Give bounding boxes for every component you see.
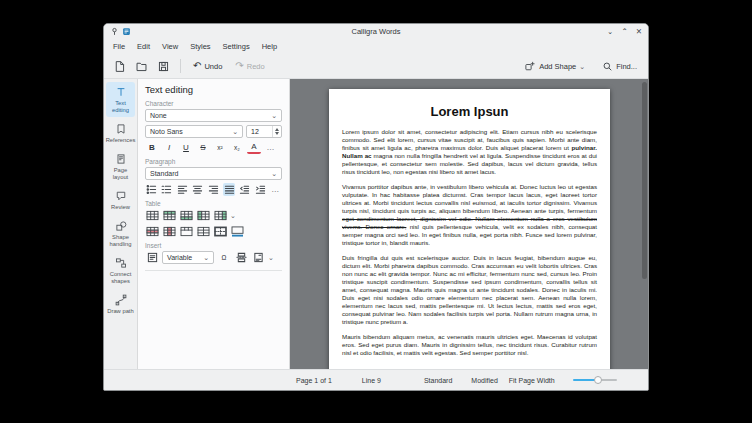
dock-tab-strip: Text editing References Page layout Revi… — [104, 79, 138, 369]
current-style-label: Standard — [424, 377, 452, 384]
align-right-button[interactable] — [207, 183, 220, 196]
paragraph-1-text: Lorem ipsum dolor sit amet, consectetur … — [342, 128, 597, 151]
align-center-button[interactable] — [192, 183, 205, 196]
menu-settings[interactable]: Settings — [217, 40, 256, 53]
align-justify-button[interactable] — [223, 183, 236, 196]
document-page[interactable]: Lorem Ipsun Lorem ipsum dolor sit amet, … — [329, 89, 610, 369]
zoom-slider-thumb[interactable] — [594, 376, 602, 384]
maximize-button[interactable]: ⌃ — [621, 28, 627, 36]
footnote-icon — [253, 252, 264, 263]
menu-file[interactable]: File — [107, 40, 131, 53]
menu-view[interactable]: View — [156, 40, 184, 53]
delete-row-button[interactable] — [145, 225, 159, 238]
decrease-indent-icon — [239, 184, 250, 195]
border-color-button[interactable] — [230, 225, 244, 238]
subscript-button[interactable]: x₂ — [230, 141, 244, 154]
delete-column-button[interactable] — [162, 225, 176, 238]
toolbar-separator — [180, 59, 181, 73]
undo-button[interactable]: ↶ Undo — [189, 59, 226, 73]
insert-row: Variable ⌄ Ω ⌄ — [145, 251, 282, 264]
border-style-button[interactable] — [213, 225, 227, 238]
numbered-list-button[interactable] — [161, 183, 174, 196]
table-row-1: ⌄ — [145, 209, 282, 222]
close-button[interactable]: ✕ — [636, 28, 642, 36]
main-toolbar: ↶ Undo ↷ Redo Add Shape ⌄ Find... — [104, 54, 648, 79]
page-break-button[interactable] — [234, 251, 248, 264]
paragraph-style-dropdown[interactable]: Standard ⌄ — [145, 167, 282, 180]
underline-button[interactable]: U — [179, 141, 193, 154]
minimize-button[interactable]: ⌄ — [607, 28, 613, 36]
open-document-button[interactable] — [133, 58, 150, 75]
menu-help[interactable]: Help — [256, 40, 283, 53]
delete-row-icon — [146, 226, 159, 237]
insert-section-label: Insert — [145, 242, 282, 249]
menu-edit[interactable]: Edit — [131, 40, 156, 53]
footnote-button[interactable] — [251, 251, 265, 264]
search-icon — [602, 61, 613, 72]
superscript-button[interactable]: x² — [213, 141, 227, 154]
find-button[interactable]: Find... — [598, 59, 641, 74]
character-style-dropdown[interactable]: None ⌄ — [145, 109, 282, 122]
dock-tab-label: Draw path — [107, 308, 133, 315]
dock-tab-shape-handling[interactable]: Shape handling — [106, 216, 135, 251]
new-document-icon — [113, 60, 126, 73]
titlebar[interactable]: Calligra Words ⌄ ⌃ ✕ — [104, 24, 648, 39]
font-size-spinbox[interactable]: 12 — [246, 125, 282, 138]
insert-variable-dropdown[interactable]: Variable ⌄ — [162, 251, 214, 264]
paragraph-3[interactable]: Duis fringilla dui quis est scelerisque … — [342, 254, 597, 326]
font-color-button[interactable]: A — [247, 141, 261, 154]
increase-indent-icon — [255, 184, 266, 195]
new-document-button[interactable] — [111, 58, 128, 75]
merge-cells-button[interactable] — [179, 225, 193, 238]
document-canvas[interactable]: Lorem Ipsun Lorem ipsum dolor sit amet, … — [290, 79, 648, 369]
panel-divider — [145, 270, 282, 271]
decrease-indent-button[interactable] — [238, 183, 251, 196]
split-cells-button[interactable] — [196, 225, 210, 238]
zoom-mode-button[interactable]: Fit Page Width — [505, 375, 559, 386]
insert-row-below-button[interactable] — [179, 209, 193, 222]
paragraph-4[interactable]: Mauris bibendum aliquam metus, ac venena… — [342, 333, 597, 357]
dock-tab-connect-shapes[interactable]: Connect shapes — [106, 253, 135, 288]
open-folder-icon — [135, 60, 148, 73]
modified-status-label: Modified — [471, 377, 497, 384]
align-left-button[interactable] — [176, 183, 189, 196]
table-more-chevron-icon[interactable]: ⌄ — [230, 212, 236, 219]
dock-tab-references[interactable]: References — [106, 119, 135, 147]
redo-button[interactable]: ↷ Redo — [231, 59, 268, 73]
menu-styles[interactable]: Styles — [184, 40, 216, 53]
character-more-button[interactable]: … — [264, 141, 278, 154]
italic-button[interactable]: I — [162, 141, 176, 154]
border-color-icon — [231, 226, 244, 237]
font-family-dropdown[interactable]: Noto Sans ⌄ — [145, 125, 243, 138]
dock-tab-page-layout[interactable]: Page layout — [106, 149, 135, 184]
add-shape-button[interactable]: Add Shape ⌄ — [520, 58, 589, 74]
bold-button[interactable]: B — [145, 141, 159, 154]
character-section-label: Character — [145, 100, 282, 107]
insert-column-right-button[interactable] — [213, 209, 227, 222]
spinbox-arrows[interactable] — [272, 126, 281, 137]
bullet-list-button[interactable] — [145, 183, 158, 196]
pin-icon[interactable] — [110, 27, 119, 36]
increase-indent-button[interactable] — [254, 183, 267, 196]
save-document-button[interactable] — [155, 58, 172, 75]
paragraph-2[interactable]: Vivamus porttitor dapibus ante, in vesti… — [342, 183, 597, 247]
spin-up-icon[interactable] — [275, 128, 279, 131]
insert-table-button[interactable] — [145, 209, 159, 222]
vertical-scrollbar[interactable] — [642, 82, 647, 279]
special-character-button[interactable]: Ω — [217, 251, 231, 264]
paragraph-1[interactable]: Lorem ipsum dolor sit amet, consectetur … — [342, 128, 597, 176]
insert-text-frame-button[interactable] — [145, 251, 159, 264]
insert-column-left-button[interactable] — [196, 209, 210, 222]
insert-more-chevron-icon[interactable]: ⌄ — [268, 254, 274, 261]
paragraph-more-button[interactable]: … — [270, 183, 283, 196]
dock-tab-text-editing[interactable]: Text editing — [106, 82, 135, 117]
strikethrough-button[interactable]: S — [196, 141, 210, 154]
variable-label: Variable — [167, 254, 192, 261]
document-title[interactable]: Lorem Ipsun — [342, 104, 597, 119]
dock-tab-review[interactable]: Review — [106, 186, 135, 214]
zoom-slider[interactable] — [573, 375, 617, 385]
insert-row-above-button[interactable] — [162, 209, 176, 222]
spin-down-icon[interactable] — [275, 132, 279, 135]
undo-icon: ↶ — [193, 61, 201, 71]
dock-tab-draw-path[interactable]: Draw path — [106, 290, 135, 318]
